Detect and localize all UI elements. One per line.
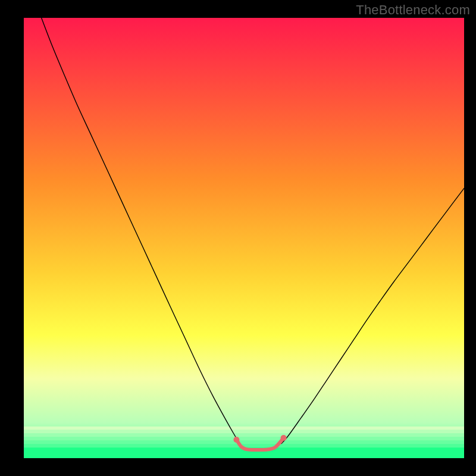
green-band (24, 427, 464, 430)
green-band (24, 430, 464, 434)
watermark-text: TheBottleneck.com (356, 2, 470, 18)
chart-plot (24, 18, 464, 458)
green-band (24, 440, 464, 444)
end-dot-right (281, 435, 287, 441)
chart-frame: TheBottleneck.com (0, 0, 476, 476)
green-band (24, 437, 464, 440)
chart-background (24, 18, 464, 458)
green-band (24, 434, 464, 437)
end-dot-left (233, 437, 239, 443)
